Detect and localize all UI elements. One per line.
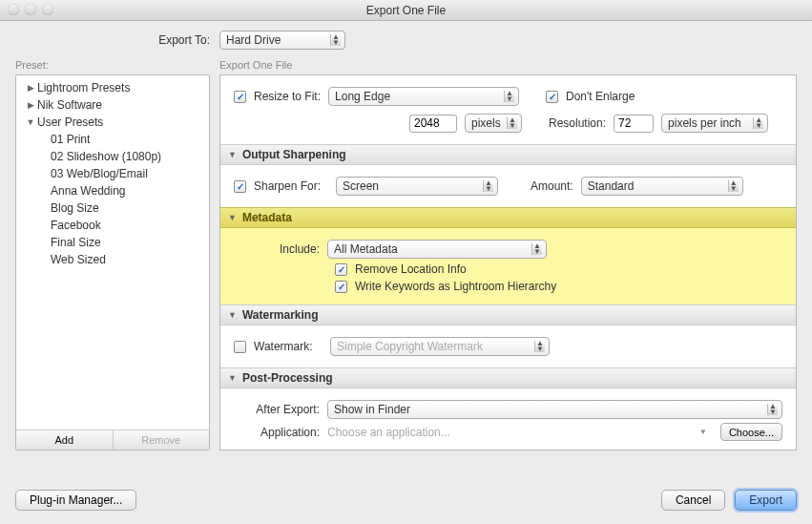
select-arrows-icon: ▲▼ xyxy=(332,34,340,46)
section-header-watermark[interactable]: ▼ Watermarking xyxy=(220,304,796,325)
after-export-label: After Export: xyxy=(234,403,320,416)
preset-list: ▶ Lightroom Presets ▶ Nik Software ▼ Use… xyxy=(16,75,209,430)
export-to-select[interactable]: Hard Drive ▲▼ xyxy=(219,31,345,50)
disclosure-down-icon: ▼ xyxy=(228,213,237,222)
dont-enlarge-label: Don't Enlarge xyxy=(566,90,635,103)
application-label: Application: xyxy=(234,426,320,439)
export-button[interactable]: Export xyxy=(735,490,797,511)
select-arrows-icon: ▲▼ xyxy=(509,117,516,129)
preset-group-label: User Presets xyxy=(37,115,103,129)
titlebar: Export One File xyxy=(0,0,812,21)
section-metadata: ▼ Metadata Include: All Metadata ▲▼ xyxy=(220,207,796,304)
preset-header: Preset: xyxy=(15,59,210,71)
preset-group-lightroom[interactable]: ▶ Lightroom Presets xyxy=(16,79,209,96)
section-header-metadata[interactable]: ▼ Metadata xyxy=(220,207,796,228)
select-arrows-icon: ▲▼ xyxy=(485,180,492,192)
preset-list-box: ▶ Lightroom Presets ▶ Nik Software ▼ Use… xyxy=(15,74,210,451)
preset-item[interactable]: Anna Wedding xyxy=(16,182,209,199)
after-export-select[interactable]: Show in Finder ▲▼ xyxy=(327,400,782,419)
close-traffic[interactable] xyxy=(8,4,19,15)
section-post-processing: ▼ Post-Processing After Export: Show in … xyxy=(220,367,796,451)
watermark-label: Watermark: xyxy=(254,340,323,353)
include-label: Include: xyxy=(234,242,320,256)
preset-item[interactable]: Facebook xyxy=(16,217,209,234)
preset-group-nik[interactable]: ▶ Nik Software xyxy=(16,96,209,114)
amount-label: Amount: xyxy=(531,179,573,193)
write-keywords-checkbox[interactable] xyxy=(335,281,347,293)
sharpen-amount-select[interactable]: Standard ▲▼ xyxy=(581,177,743,196)
cancel-button[interactable]: Cancel xyxy=(661,490,725,511)
remove-location-label: Remove Location Info xyxy=(355,262,467,276)
section-header-post[interactable]: ▼ Post-Processing xyxy=(220,367,796,388)
preset-item[interactable]: Final Size xyxy=(16,234,209,251)
zoom-traffic[interactable] xyxy=(42,4,53,15)
metadata-include-select[interactable]: All Metadata ▲▼ xyxy=(327,240,547,259)
section-watermarking: ▼ Watermarking Watermark: Simple Copyrig… xyxy=(220,304,796,367)
preset-item[interactable]: Web Sized xyxy=(16,251,209,268)
disclosure-right-icon: ▶ xyxy=(26,83,35,93)
section-output-sharpening: ▼ Output Sharpening Sharpen For: Screen … xyxy=(220,144,796,207)
disclosure-right-icon: ▶ xyxy=(26,100,35,110)
application-placeholder: Choose an application... xyxy=(327,426,692,439)
preset-group-label: Nik Software xyxy=(37,98,102,112)
window-controls xyxy=(8,4,53,15)
sharpen-checkbox[interactable] xyxy=(234,180,246,193)
disclosure-down-icon: ▼ xyxy=(228,150,237,159)
plugin-manager-button[interactable]: Plug-in Manager... xyxy=(15,490,136,511)
panels-container: Resize to Fit: Long Edge ▲▼ Don't Enlarg… xyxy=(219,74,797,451)
preset-item[interactable]: 02 Slideshow (1080p) xyxy=(16,148,209,165)
preset-group-label: Lightroom Presets xyxy=(37,81,130,94)
window-title: Export One File xyxy=(0,4,812,17)
resolution-unit-select[interactable]: pixels per inch ▲▼ xyxy=(661,114,768,133)
preset-add-button[interactable]: Add xyxy=(16,430,113,450)
preset-remove-button[interactable]: Remove xyxy=(113,430,210,450)
dropdown-icon[interactable]: ▼ xyxy=(699,428,707,436)
preset-item[interactable]: 01 Print xyxy=(16,131,209,148)
watermark-checkbox[interactable] xyxy=(234,341,246,353)
resize-checkbox[interactable] xyxy=(234,91,246,103)
dont-enlarge-checkbox[interactable] xyxy=(546,91,558,103)
preset-item[interactable]: 03 Web/Blog/Email xyxy=(16,165,209,182)
preset-group-user[interactable]: ▼ User Presets xyxy=(16,114,209,131)
watermark-preset-select[interactable]: Simple Copyright Watermark ▲▼ xyxy=(330,337,550,356)
select-arrows-icon: ▲▼ xyxy=(533,243,541,255)
section-header-sharpening[interactable]: ▼ Output Sharpening xyxy=(220,144,796,165)
export-to-label: Export To: xyxy=(15,33,219,47)
choose-app-button[interactable]: Choose... xyxy=(720,423,782,441)
export-to-value: Hard Drive xyxy=(226,33,281,47)
resolution-input[interactable] xyxy=(614,115,654,133)
resize-value-input[interactable] xyxy=(409,115,457,133)
resize-unit-select[interactable]: pixels ▲▼ xyxy=(465,114,522,133)
select-arrows-icon: ▲▼ xyxy=(730,180,738,192)
resolution-label: Resolution: xyxy=(549,116,606,130)
remove-location-checkbox[interactable] xyxy=(335,263,347,276)
resize-mode-select[interactable]: Long Edge ▲▼ xyxy=(328,87,519,106)
minimize-traffic[interactable] xyxy=(25,4,36,15)
preset-item[interactable]: Blog Size xyxy=(16,199,209,217)
select-arrows-icon: ▲▼ xyxy=(506,91,513,102)
write-keywords-label: Write Keywords as Lightroom Hierarchy xyxy=(355,280,556,293)
select-arrows-icon: ▲▼ xyxy=(536,341,544,352)
disclosure-down-icon: ▼ xyxy=(26,117,35,127)
sharpen-target-select[interactable]: Screen ▲▼ xyxy=(336,177,498,196)
select-arrows-icon: ▲▼ xyxy=(755,117,762,129)
resize-label: Resize to Fit: xyxy=(254,90,321,103)
disclosure-down-icon: ▼ xyxy=(228,310,237,320)
panel-header: Export One File xyxy=(219,59,797,71)
sharpen-label: Sharpen For: xyxy=(254,179,328,193)
select-arrows-icon: ▲▼ xyxy=(769,404,777,415)
disclosure-down-icon: ▼ xyxy=(228,373,237,383)
